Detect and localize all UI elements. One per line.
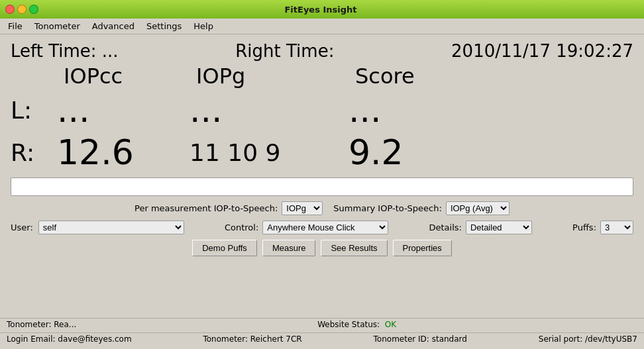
serial-port: Serial port: /dev/ttyUSB7 [539,334,637,344]
datetime-display: 2010/11/17 19:02:27 [451,41,633,61]
website-ok-value: OK [385,320,396,329]
status-bar-1: Tonometer: Rea... Website Status: OK [0,318,644,330]
top-info: Left Time: ... Right Time: 2010/11/17 19… [11,41,633,61]
per-measurement-group: Per measurement IOP-to-Speech: IOPccIOPg… [134,201,323,215]
iopcc-header: IOPcc [50,64,183,89]
tonometer-status: Tonometer: Rea... [7,320,76,329]
user-label: User: [11,223,33,232]
per-measurement-label: Per measurement IOP-to-Speech: [134,203,278,213]
right-row-label: R: [11,139,50,166]
window-title: FitEyes Insight [3,5,639,15]
main-content: Left Time: ... Right Time: 2010/11/17 19… [0,34,644,268]
controls-section: Per measurement IOP-to-Speech: IOPccIOPg… [11,201,633,256]
summary-label: Summary IOP-to-Speech: [333,203,442,213]
status-bar-2: Login Email: dave@fiteyes.com Tonometer:… [0,332,644,345]
progress-bar [11,177,633,196]
see-results-button[interactable]: See Results [321,240,387,256]
left-score-value: ... [342,90,527,130]
user-row: User: self Control: Anywhere Mouse Click… [11,221,633,234]
menu-advanced[interactable]: Advanced [87,20,140,32]
control-select[interactable]: Anywhere Mouse ClickButtonKeyboard [262,221,388,234]
properties-button[interactable]: Properties [393,240,452,256]
left-iopg-value: ... [183,90,342,130]
demo-puffs-button[interactable]: Demo Puffs [192,240,257,256]
menu-tonometer[interactable]: Tonometer [29,20,85,32]
user-select[interactable]: self [38,221,184,234]
right-time-label: Right Time: [235,41,334,61]
iopg-header: IOPg [183,64,342,89]
summary-select[interactable]: IOPg (Avg)IOPcc (Avg)Score (Avg)None [446,201,510,215]
speech-row: Per measurement IOP-to-Speech: IOPccIOPg… [11,201,633,215]
menu-file[interactable]: File [3,20,28,32]
puffs-select[interactable]: 1234 [600,221,633,234]
right-iopcc-value: 12.6 [50,132,183,172]
buttons-row: Demo Puffs Measure See Results Propertie… [11,240,633,256]
measure-button[interactable]: Measure [262,240,316,256]
summary-group: Summary IOP-to-Speech: IOPg (Avg)IOPcc (… [333,201,510,215]
column-headers: IOPcc IOPg Score [11,64,633,89]
menu-help[interactable]: Help [188,20,219,32]
details-group: Details: DetailedSummary [429,221,531,234]
puffs-group: Puffs: 1234 [572,221,633,234]
website-status: Website Status: OK [317,320,396,329]
menu-bar: File Tonometer Advanced Settings Help [0,19,644,34]
login-email: Login Email: dave@fiteyes.com [7,334,132,344]
left-time-label: Left Time: ... [11,41,119,61]
right-iopg-value: 11 10 9 [183,139,342,166]
left-data-row: L: ... ... ... [11,90,633,130]
tonometer-id: Tonometer ID: standard [374,334,467,344]
title-bar: FitEyes Insight [0,0,644,19]
tonometer-info: Tonometer: Reichert 7CR [203,334,301,344]
right-data-row: R: 12.6 11 10 9 9.2 [11,132,633,172]
right-score-value: 9.2 [342,132,527,172]
menu-settings[interactable]: Settings [141,20,187,32]
per-measurement-select[interactable]: IOPccIOPgScoreNone [282,201,323,215]
score-header: Score [342,64,527,89]
control-label: Control: [225,223,258,232]
details-select[interactable]: DetailedSummary [466,221,532,234]
left-row-label: L: [11,97,50,124]
left-iopcc-value: ... [50,90,183,130]
puffs-label: Puffs: [572,223,596,232]
control-group: Control: Anywhere Mouse ClickButtonKeybo… [225,221,388,234]
details-label: Details: [429,223,461,232]
